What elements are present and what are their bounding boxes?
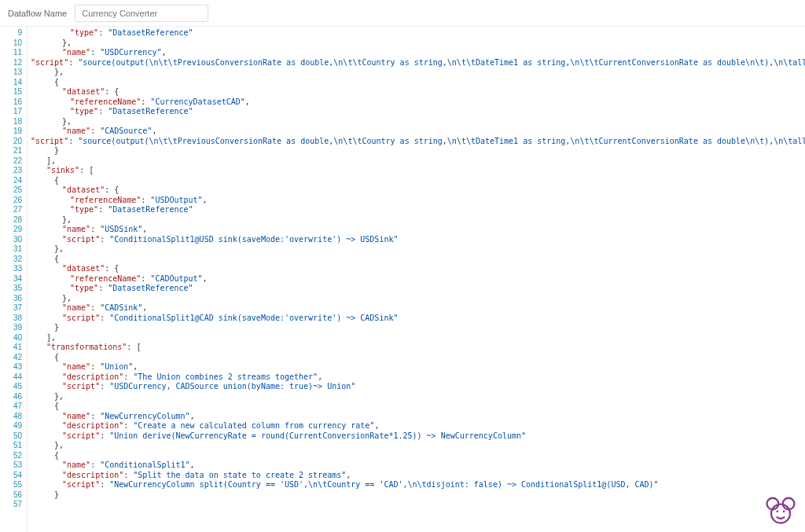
line-number: 43 — [2, 362, 22, 372]
line-number: 44 — [2, 372, 22, 383]
code-line[interactable]: "script": "source(output(\n\t\tPreviousC… — [31, 137, 802, 147]
line-number: 37 — [2, 303, 22, 314]
code-line[interactable]: "description": "The Union combines 2 str… — [31, 372, 802, 383]
code-line[interactable]: "script": "USDCurrency, CADSource union(… — [31, 382, 802, 392]
line-number: 38 — [2, 314, 22, 324]
code-line[interactable]: "dataset": { — [31, 185, 802, 196]
line-number: 56 — [2, 490, 22, 501]
line-number: 21 — [2, 146, 22, 156]
code-line[interactable]: }, — [31, 215, 802, 226]
header-bar: Dataflow Name — [0, 0, 805, 27]
line-number: 54 — [2, 471, 22, 481]
line-number: 53 — [2, 460, 22, 471]
line-number: 51 — [2, 441, 22, 451]
code-line[interactable]: "script": "source(output(\n\t\tPreviousC… — [31, 58, 802, 68]
line-number: 48 — [2, 412, 22, 422]
code-line[interactable]: { — [31, 255, 802, 265]
code-line[interactable]: ], — [31, 333, 802, 343]
code-line[interactable]: }, — [31, 244, 802, 255]
code-line[interactable]: }, — [31, 117, 802, 127]
code-line[interactable]: "script": "ConditionalSplit1@USD sink(sa… — [31, 235, 802, 245]
line-number: 17 — [2, 107, 22, 117]
code-line[interactable]: "type": "DatasetReference" — [31, 284, 802, 294]
code-line[interactable]: "name": "USDCurrency", — [31, 48, 802, 58]
line-number: 31 — [2, 244, 22, 255]
line-number: 57 — [2, 500, 22, 510]
svg-point-2 — [771, 504, 790, 523]
line-number: 22 — [2, 156, 22, 167]
line-number: 23 — [2, 166, 22, 176]
line-number: 9 — [2, 28, 22, 39]
code-line[interactable]: "description": "Create a new calculated … — [31, 421, 802, 431]
line-number: 33 — [2, 264, 22, 274]
code-line[interactable]: "name": "CADSource", — [31, 127, 802, 137]
line-number: 11 — [2, 48, 22, 58]
code-line[interactable]: { — [31, 176, 802, 186]
code-line[interactable]: "script": "Union derive(NewCurrencyRate … — [31, 431, 802, 442]
line-number: 12 — [2, 58, 22, 68]
line-number: 52 — [2, 451, 22, 461]
line-number: 18 — [2, 117, 22, 127]
code-line[interactable]: "referenceName": "CADOutput", — [31, 274, 802, 284]
line-number: 40 — [2, 333, 22, 343]
line-number-gutter: 9101112131415161718192021222324252627282… — [0, 27, 27, 532]
line-number: 45 — [2, 382, 22, 392]
code-line[interactable]: "dataset": { — [31, 264, 802, 274]
code-line[interactable]: { — [31, 353, 802, 363]
line-number: 35 — [2, 284, 22, 294]
code-line[interactable]: } — [31, 490, 802, 501]
code-line[interactable]: "type": "DatasetReference" — [31, 205, 802, 215]
line-number: 39 — [2, 323, 22, 333]
line-number: 16 — [2, 97, 22, 108]
line-number: 30 — [2, 235, 22, 245]
code-line[interactable]: "dataset": { — [31, 87, 802, 97]
code-line[interactable]: { — [31, 402, 802, 412]
line-number: 55 — [2, 480, 22, 490]
code-line[interactable]: } — [31, 323, 802, 333]
line-number: 49 — [2, 421, 22, 431]
line-number: 27 — [2, 205, 22, 215]
line-number: 19 — [2, 127, 22, 137]
line-number: 50 — [2, 431, 22, 442]
code-line[interactable]: ], — [31, 156, 802, 167]
code-line[interactable]: "sinks": [ — [31, 166, 802, 176]
code-line[interactable]: "transformations": [ — [31, 343, 802, 353]
code-line[interactable]: "name": "Union", — [31, 362, 802, 372]
code-line[interactable]: "script": "NewCurrencyColumn split(Count… — [31, 480, 802, 490]
code-line[interactable]: "description": "Split the data on state … — [31, 471, 802, 481]
code-editor[interactable]: 9101112131415161718192021222324252627282… — [0, 27, 805, 532]
code-line[interactable]: "name": "USDSink", — [31, 225, 802, 235]
svg-point-4 — [783, 510, 785, 512]
code-line[interactable] — [31, 500, 802, 510]
code-line[interactable]: }, — [31, 39, 802, 49]
code-line[interactable]: "referenceName": "CurrencyDatasetCAD", — [31, 97, 802, 108]
svg-point-3 — [776, 510, 778, 512]
code-line[interactable]: { — [31, 78, 802, 88]
code-line[interactable]: "name": "CADSink", — [31, 303, 802, 314]
code-line[interactable]: { — [31, 451, 802, 461]
code-line[interactable]: "type": "DatasetReference" — [31, 28, 802, 39]
code-line[interactable]: }, — [31, 68, 802, 78]
line-number: 29 — [2, 225, 22, 235]
code-line[interactable]: "type": "DatasetReference" — [31, 107, 802, 117]
line-number: 41 — [2, 343, 22, 353]
code-line[interactable]: } — [31, 146, 802, 156]
code-line[interactable]: }, — [31, 294, 802, 304]
dataflow-name-input[interactable] — [75, 5, 208, 22]
code-line[interactable]: "referenceName": "USDOutput", — [31, 196, 802, 206]
line-number: 42 — [2, 353, 22, 363]
monkey-logo — [763, 491, 799, 527]
code-line[interactable]: "script": "ConditionalSplit1@CAD sink(sa… — [31, 314, 802, 324]
line-number: 24 — [2, 176, 22, 186]
line-number: 34 — [2, 274, 22, 284]
code-line[interactable]: "name": "NewCurrencyColumn", — [31, 412, 802, 422]
line-number: 28 — [2, 215, 22, 226]
code-line[interactable]: }, — [31, 441, 802, 451]
code-line[interactable]: "name": "ConditionalSplit1", — [31, 460, 802, 471]
line-number: 15 — [2, 87, 22, 97]
line-number: 14 — [2, 78, 22, 88]
code-line[interactable]: }, — [31, 392, 802, 402]
code-content[interactable]: "type": "DatasetReference"},"name": "USD… — [27, 27, 805, 532]
line-number: 46 — [2, 392, 22, 402]
dataflow-name-label: Dataflow Name — [8, 9, 67, 18]
